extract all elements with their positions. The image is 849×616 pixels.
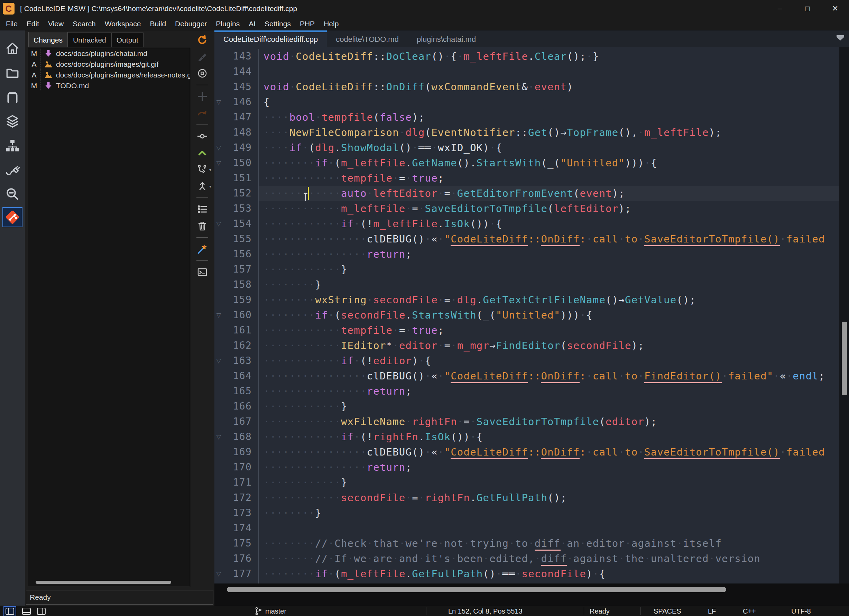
code-line-158[interactable]: 158········}	[214, 277, 839, 292]
code-text[interactable]	[259, 64, 839, 79]
code-text[interactable]: ············if·(!rightFn.IsOk())·{	[259, 429, 839, 444]
minimize-button[interactable]: –	[766, 0, 794, 17]
code-line-175[interactable]: 175········//·Check·that·we're·not·tryin…	[214, 536, 839, 551]
code-line-153[interactable]: 153············m_leftFile·=·SaveEditorTo…	[214, 201, 839, 216]
fold-marker-icon[interactable]: ▽	[214, 140, 223, 155]
git-toolbar-wand-icon[interactable]	[194, 241, 211, 257]
menu-item-ai[interactable]: AI	[244, 20, 260, 28]
fold-marker-icon[interactable]: ▽	[214, 429, 223, 444]
encoding[interactable]: UTF-8	[791, 606, 811, 616]
git-toolbar-list-icon[interactable]	[194, 201, 211, 218]
git-toolbar-commit-icon[interactable]	[194, 128, 211, 145]
code-line-165[interactable]: 165················return;	[214, 383, 839, 399]
code-text[interactable]: ········//·Check·that·we're·not·trying·t…	[259, 536, 839, 551]
changed-file-row[interactable]: Adocs/docs/plugins/images/release-notes.…	[28, 70, 190, 80]
code-text[interactable]: ········}	[259, 277, 839, 292]
code-text[interactable]: ················return;	[259, 460, 839, 475]
git-toolbar-pull-icon[interactable]: ▾	[194, 161, 211, 178]
statusbar-layout-bottom-icon[interactable]	[22, 607, 31, 615]
code-line-151[interactable]: 151············tempfile·=·true;	[214, 170, 839, 186]
filelist-horizontal-scrollbar[interactable]	[36, 581, 171, 584]
code-text[interactable]: ············m_leftFile·=·SaveEditorToTmp…	[259, 201, 839, 216]
editor-vertical-scrollbar[interactable]	[839, 47, 849, 583]
menu-item-workspace[interactable]: Workspace	[100, 20, 146, 28]
code-line-143[interactable]: 143void·CodeLiteDiff::DoClear()·{·m_left…	[214, 49, 839, 64]
code-line-144[interactable]: 144	[214, 64, 839, 79]
fold-marker-icon[interactable]: ▽	[214, 94, 223, 110]
git-branch-indicator[interactable]: master	[254, 606, 286, 616]
menu-item-plugins[interactable]: Plugins	[211, 20, 244, 28]
code-text[interactable]: ········//·If·we·are·and·it's·been·edite…	[259, 551, 839, 566]
code-text[interactable]: ············}	[259, 475, 839, 490]
code-text[interactable]: ············IEditor*·editor·=·m_mgr→Find…	[259, 338, 839, 353]
code-text[interactable]	[259, 521, 839, 536]
maximize-button[interactable]: □	[794, 0, 821, 17]
activity-workspace-icon[interactable]	[0, 85, 25, 109]
code-text[interactable]: ················clDEBUG()·«·"CodeLiteDif…	[259, 444, 839, 460]
fold-marker-icon[interactable]: ▽	[214, 307, 223, 323]
code-text[interactable]: {	[259, 94, 839, 110]
git-tab-changes[interactable]: Changes	[28, 32, 68, 47]
code-line-147[interactable]: 147····bool·tempfile(false);	[214, 110, 839, 125]
activity-git-icon[interactable]	[0, 206, 25, 228]
code-line-174[interactable]: 174	[214, 521, 839, 536]
code-text[interactable]: ············if·(!editor)·{	[259, 353, 839, 368]
menu-item-help[interactable]: Help	[319, 20, 343, 28]
code-text[interactable]: ················clDEBUG()·«·"CodeLiteDif…	[259, 231, 839, 247]
editor-tab-plugins-chatai-md[interactable]: plugins\chatai.md	[408, 30, 485, 47]
code-line-163[interactable]: ▽163············if·(!editor)·{	[214, 353, 839, 368]
fold-marker-icon[interactable]: ▽	[214, 216, 223, 231]
code-line-176[interactable]: 176········//·If·we·are·and·it's·been·ed…	[214, 551, 839, 566]
whitespace-mode[interactable]: SPACES	[654, 606, 681, 616]
code-text[interactable]: ····bool·tempfile(false);	[259, 110, 839, 125]
code-text[interactable]: ············if·(!m_leftFile.IsOk())·{	[259, 216, 839, 231]
code-line-167[interactable]: 167············wxFileName·rightFn·=·Save…	[214, 414, 839, 429]
code-text[interactable]: ············tempfile·=·true;	[259, 170, 839, 186]
menu-item-file[interactable]: File	[1, 20, 22, 28]
menu-item-view[interactable]: View	[43, 20, 68, 28]
code-line-148[interactable]: 148····NewFileComparison·dlg(EventNotifi…	[214, 125, 839, 140]
code-line-169[interactable]: 169················clDEBUG()·«·"CodeLite…	[214, 444, 839, 460]
code-line-166[interactable]: 166············}	[214, 399, 839, 414]
git-toolbar-terminal-icon[interactable]	[194, 264, 211, 280]
code-text[interactable]: ············secondFile·=·rightFn.GetFull…	[259, 490, 839, 505]
activity-plug-icon[interactable]	[0, 158, 25, 182]
code-text[interactable]: ········if·(secondFile.StartsWith(_("Unt…	[259, 307, 839, 323]
code-line-159[interactable]: 159········wxString·secondFile·=·dlg.Get…	[214, 292, 839, 307]
menu-item-build[interactable]: Build	[145, 20, 170, 28]
code-line-146[interactable]: ▽146{	[214, 94, 839, 110]
code-text[interactable]: ············}	[259, 262, 839, 277]
code-text[interactable]: ········}	[259, 505, 839, 521]
activity-folder-icon[interactable]	[0, 61, 25, 85]
code-text[interactable]: ············}	[259, 399, 839, 414]
activity-zoom-out-icon[interactable]	[0, 182, 25, 206]
code-line-164[interactable]: 164················clDEBUG()·«·"CodeLite…	[214, 368, 839, 383]
code-line-170[interactable]: 170················return;	[214, 460, 839, 475]
statusbar-layout-right-icon[interactable]	[37, 607, 46, 615]
git-toolbar-push-icon[interactable]: ▾	[194, 178, 211, 194]
code-line-149[interactable]: ▽149····if·(dlg.ShowModal()·══·wxID_OK)·…	[214, 140, 839, 155]
statusbar-layout-left-icon[interactable]	[3, 606, 16, 616]
code-text[interactable]: ····if·(dlg.ShowModal()·══·wxID_OK)·{	[259, 140, 839, 155]
code-text[interactable]: ········wxString·secondFile·=·dlg.GetTex…	[259, 292, 839, 307]
git-tab-output[interactable]: Output	[111, 33, 143, 47]
code-editor[interactable]: 143void·CodeLiteDiff::DoClear()·{·m_left…	[214, 47, 849, 583]
editor-tab-codelite-todo-md[interactable]: codelite\TODO.md	[327, 30, 408, 47]
menu-item-edit[interactable]: Edit	[22, 20, 43, 28]
code-text[interactable]: void·CodeLiteDiff::DoClear()·{·m_leftFil…	[259, 49, 839, 64]
eol-mode[interactable]: LF	[708, 606, 716, 616]
git-toolbar-stop-icon[interactable]	[194, 65, 211, 82]
git-tab-untracked[interactable]: Untracked	[68, 33, 111, 47]
menu-item-settings[interactable]: Settings	[260, 20, 295, 28]
code-line-173[interactable]: 173········}	[214, 505, 839, 521]
changed-file-row[interactable]: MTODO.md	[28, 80, 190, 91]
changed-file-row[interactable]: Mdocs/docs/plugins/chatai.md	[28, 48, 190, 59]
code-text[interactable]: ············tempfile·=·true;	[259, 323, 839, 338]
git-toolbar-refresh-icon[interactable]	[194, 32, 211, 48]
code-line-162[interactable]: 162············IEditor*·editor·=·m_mgr→F…	[214, 338, 839, 353]
code-line-152[interactable]: 152············auto·leftEditor·=·GetEdit…	[214, 186, 839, 201]
dropdown-arrow-icon[interactable]: ▾	[209, 184, 211, 189]
menu-item-debugger[interactable]: Debugger	[170, 20, 211, 28]
fold-marker-icon[interactable]: ▽	[214, 353, 223, 368]
editor-tab-codelitediff-codelitediff-cpp[interactable]: CodeLiteDiff\codelitediff.cpp	[214, 30, 327, 47]
